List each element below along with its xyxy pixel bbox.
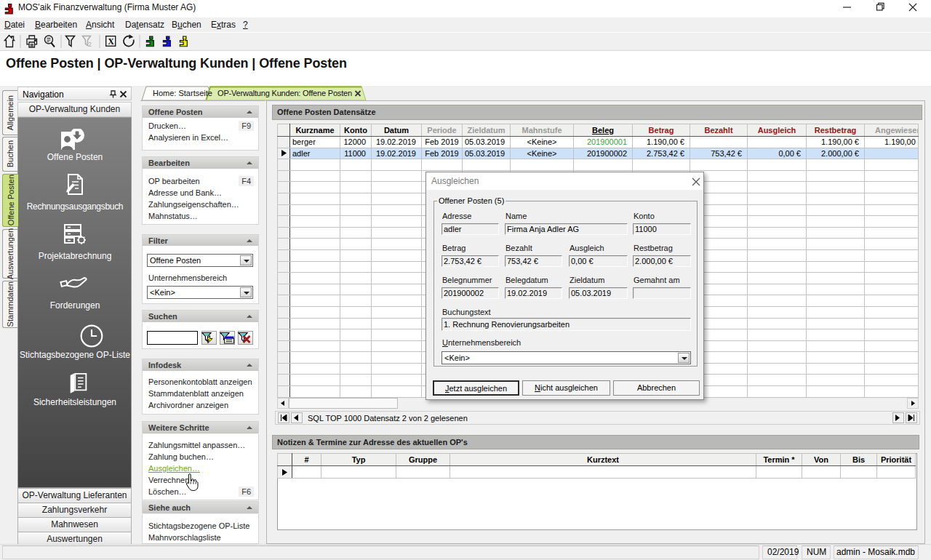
svg-text:2: 2	[88, 41, 92, 48]
svg-text:X: X	[108, 36, 114, 47]
